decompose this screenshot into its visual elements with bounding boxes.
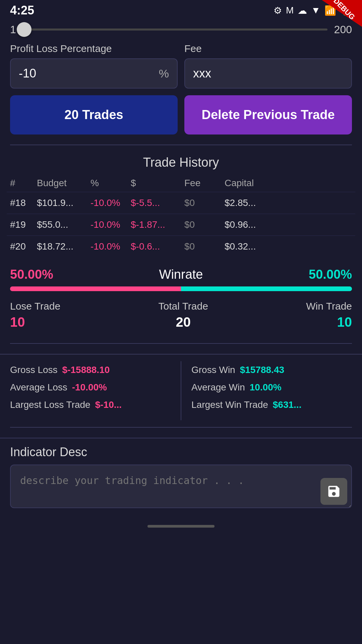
- col-budget: Budget: [37, 178, 90, 189]
- indicator-section: Indicator Desc: [0, 438, 362, 509]
- avg-win-value: 10.00%: [250, 382, 282, 393]
- col-fee: Fee: [184, 178, 225, 189]
- divider-1: [10, 145, 352, 145]
- cell-budget: $18.72...: [37, 241, 90, 252]
- cell-capital: $0.96...: [225, 219, 278, 230]
- cell-fee: $0: [184, 198, 225, 208]
- indicator-input[interactable]: [10, 465, 352, 508]
- cell-capital: $2.85...: [225, 198, 278, 208]
- avg-win-row: Average Win 10.00%: [191, 382, 352, 393]
- largest-win-row: Largest Win Trade $631...: [191, 399, 352, 410]
- fee-label: Fee: [184, 43, 352, 54]
- cell-dollar: $-0.6...: [131, 241, 184, 252]
- cell-pct: -10.0%: [90, 241, 131, 252]
- trade-stats-row: Lose Trade 10 Total Trade 20 Win Trade 1…: [10, 301, 352, 330]
- largest-win-label: Largest Win Trade: [191, 399, 268, 410]
- win-trade-stat: Win Trade 10: [306, 301, 352, 330]
- loss-col: Gross Loss $-15888.10 Average Loss -10.0…: [10, 361, 181, 420]
- slider-track: [23, 29, 327, 31]
- home-indicator: [147, 525, 215, 528]
- wifi-icon: ▼: [311, 5, 320, 16]
- winrate-section: 50.00% Winrate 50.00% Lose Trade 10 Tota…: [0, 257, 362, 336]
- total-trade-stat: Total Trade 20: [158, 301, 208, 330]
- gross-win-value: $15788.43: [240, 365, 284, 375]
- indicator-input-container: [10, 465, 352, 509]
- trade-history-section: Trade History # Budget % $ Fee Capital #…: [0, 155, 362, 257]
- avg-win-label: Average Win: [191, 382, 245, 393]
- delete-previous-trade-button[interactable]: Delete Previous Trade: [184, 95, 352, 135]
- winrate-label: Winrate: [159, 267, 203, 282]
- profit-loss-input-wrapper[interactable]: %: [10, 58, 178, 89]
- cell-pct: -10.0%: [90, 219, 131, 230]
- cell-budget: $55.0...: [37, 219, 90, 230]
- buttons-row: 20 Trades Delete Previous Trade: [0, 95, 362, 135]
- winrate-win-pct: 50.00%: [309, 267, 352, 282]
- slider-thumb[interactable]: [17, 22, 32, 37]
- bottom-bar: [0, 516, 362, 536]
- profit-loss-group: Profit Loss Percentage %: [10, 43, 178, 89]
- divider-3: [10, 427, 352, 428]
- cell-fee: $0: [184, 219, 225, 230]
- progress-loss: [10, 286, 181, 291]
- avg-loss-label: Average Loss: [10, 382, 67, 393]
- cell-capital: $0.32...: [225, 241, 278, 252]
- cell-budget: $101.9...: [37, 198, 90, 208]
- cell-num: #19: [10, 219, 37, 230]
- profit-loss-suffix: %: [159, 67, 169, 80]
- win-col: Gross Win $15788.43 Average Win 10.00% L…: [181, 361, 352, 420]
- cell-dollar: $-1.87...: [131, 219, 184, 230]
- cell-fee: $0: [184, 241, 225, 252]
- financial-section: Gross Loss $-15888.10 Average Loss -10.0…: [0, 354, 362, 427]
- slider-max-label: 200: [334, 23, 352, 36]
- gross-win-row: Gross Win $15788.43: [191, 365, 352, 375]
- fee-input[interactable]: [193, 66, 313, 80]
- total-trade-label: Total Trade: [158, 301, 208, 312]
- cloud-icon: ☁: [298, 5, 307, 16]
- gross-loss-label: Gross Loss: [10, 365, 58, 375]
- divider-2: [10, 343, 352, 344]
- table-row: #19 $55.0... -10.0% $-1.87... $0 $0.96..…: [7, 214, 355, 235]
- largest-loss-value: $-10...: [95, 399, 122, 410]
- col-pct: %: [90, 178, 131, 189]
- fee-group: Fee: [184, 43, 352, 89]
- slider-container[interactable]: [23, 23, 327, 36]
- largest-loss-label: Largest Loss Trade: [10, 399, 90, 410]
- cell-num: #18: [10, 198, 37, 208]
- profit-loss-label: Profit Loss Percentage: [10, 43, 178, 54]
- lose-trade-value: 10: [10, 315, 60, 330]
- win-trade-value: 10: [306, 315, 352, 330]
- trade-history-title: Trade History: [7, 155, 355, 170]
- col-capital: Capital: [225, 178, 278, 189]
- largest-loss-row: Largest Loss Trade $-10...: [10, 399, 174, 410]
- trades-button[interactable]: 20 Trades: [10, 95, 178, 135]
- form-row: Profit Loss Percentage % Fee: [10, 43, 352, 89]
- col-num: #: [10, 178, 37, 189]
- profit-loss-input[interactable]: [19, 66, 139, 80]
- avg-loss-value: -10.00%: [72, 382, 107, 393]
- settings-icon: ⚙: [274, 5, 282, 16]
- form-section: Profit Loss Percentage % Fee: [0, 43, 362, 89]
- table-row: #18 $101.9... -10.0% $-5.5... $0 $2.85..…: [7, 192, 355, 214]
- cell-dollar: $-5.5...: [131, 198, 184, 208]
- table-header: # Budget % $ Fee Capital: [7, 178, 355, 192]
- largest-win-value: $631...: [273, 399, 302, 410]
- avg-loss-row: Average Loss -10.00%: [10, 382, 174, 393]
- progress-win: [181, 286, 352, 291]
- status-time: 4:25: [10, 3, 34, 17]
- cell-pct: -10.0%: [90, 198, 131, 208]
- winrate-loss-pct: 50.00%: [10, 267, 53, 282]
- indicator-label: Indicator Desc: [10, 445, 352, 459]
- table-row: #20 $18.72... -10.0% $-0.6... $0 $0.32..…: [7, 235, 355, 257]
- fee-input-wrapper[interactable]: [184, 58, 352, 89]
- winrate-progress-bar: [10, 286, 352, 291]
- status-bar: 4:25 ⚙ M ☁ ▼ 📶 🔋 DEBUG: [0, 0, 362, 19]
- save-button[interactable]: [320, 478, 347, 505]
- mail-icon: M: [286, 5, 294, 16]
- slider-min-label: 1: [10, 23, 16, 36]
- total-trade-value: 20: [158, 315, 208, 330]
- col-dollar: $: [131, 178, 184, 189]
- cell-num: #20: [10, 241, 37, 252]
- win-trade-label: Win Trade: [306, 301, 352, 312]
- lose-trade-label: Lose Trade: [10, 301, 60, 312]
- lose-trade-stat: Lose Trade 10: [10, 301, 60, 330]
